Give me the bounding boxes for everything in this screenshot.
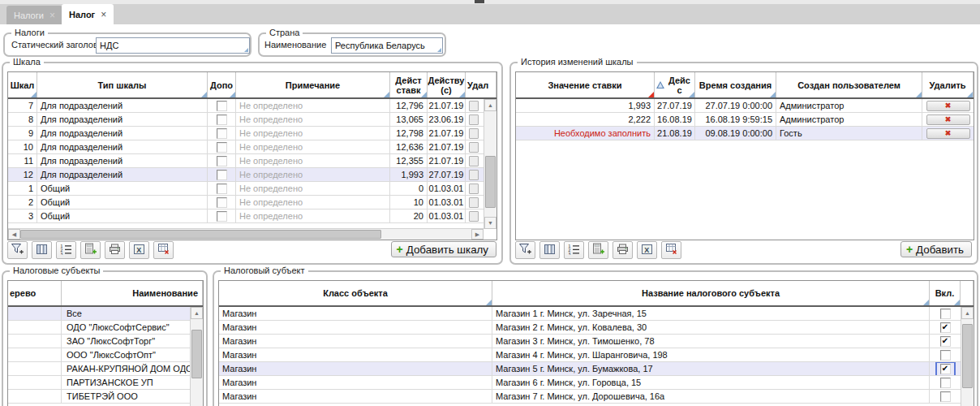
country-name-input[interactable]: Республика Беларусь [331,37,443,54]
table-row[interactable]: 1ОбщийНе определено001.03.01 [8,182,484,196]
scroll-left-icon[interactable]: ◀ [8,229,20,240]
column-header[interactable]: Шкал [8,72,37,97]
delete-row-button[interactable] [469,184,479,194]
static-title-input[interactable]: НДС [96,37,250,54]
add-scale-button[interactable]: + Добавить шкалу [391,241,496,257]
table-clear-button[interactable] [661,241,681,259]
tab-nalog[interactable]: Налог × [62,4,114,24]
checkbox[interactable] [217,128,227,139]
checkbox[interactable] [940,350,951,361]
export-excel-button[interactable]: X [637,241,657,259]
table-clear-button[interactable] [153,241,174,259]
row-numbering-button[interactable]: 123 [564,241,584,259]
checkbox[interactable] [217,211,227,222]
table-row[interactable]: 12Для подразделенийНе определено1,99327.… [8,168,484,182]
table-row[interactable]: 9Для подразделенийНе определено12,79821.… [8,127,484,140]
column-header[interactable]: Удалить [922,72,974,97]
checkbox[interactable] [940,378,951,388]
checkbox[interactable]: ✔ [940,336,951,347]
print-button[interactable] [105,241,125,259]
column-header[interactable]: Примечание [236,72,390,97]
checkbox[interactable]: ✔ [940,322,951,333]
table-row[interactable]: МагазинМагазин 6 г. Минск, ул. Горовца, … [219,376,961,390]
add-history-button[interactable]: + Добавить [900,241,972,257]
close-icon[interactable]: × [101,10,106,19]
column-header[interactable] [961,281,974,305]
delete-row-button[interactable] [469,142,479,153]
checkbox[interactable] [217,114,227,125]
table-row[interactable]: 2ОбщийНе определено1001.03.01 [8,196,484,209]
delete-row-button[interactable] [469,211,479,222]
delete-row-button[interactable] [469,114,479,125]
column-header[interactable]: Создан пользователем [776,72,922,97]
tab-nalogi[interactable]: Налоги × [6,6,62,24]
table-row[interactable]: ЗАО "ЛюксСофтТорг" [8,335,190,348]
column-header[interactable]: Класс объекта [219,281,492,305]
filter-add-button[interactable] [515,241,535,259]
table-row[interactable]: ТИБЕТРЭЙ ООО [8,390,190,404]
column-header[interactable]: Тип шкалы [37,72,208,97]
delete-row-button[interactable] [469,128,479,139]
table-row[interactable]: МагазинМагазин 4 г. Минск, ул. Шарангови… [219,348,961,362]
close-icon[interactable]: × [49,11,55,20]
table-row[interactable]: 2,22216.08.1916.08.19 9:59:15Администрат… [516,113,974,127]
scroll-thumb[interactable] [962,324,973,387]
row-numbering-button[interactable]: 123 [56,241,76,259]
column-header[interactable]: Дейст ставк [390,72,428,97]
scroll-down-icon[interactable]: ▼ [484,217,496,229]
scroll-up-icon[interactable]: ▲ [961,307,974,319]
export-excel-button[interactable]: X [129,241,149,259]
checkbox[interactable] [217,184,227,194]
checkbox[interactable] [217,197,227,208]
checkbox[interactable] [217,156,227,166]
table-row[interactable]: 1,99327.07.1927.07.19 0:00:00Администрат… [516,99,974,113]
table-row[interactable]: Все [8,307,190,321]
table-row[interactable]: МагазинМагазин 2 г. Минск, ул. Ковалева,… [219,321,961,335]
scroll-thumb[interactable] [191,330,202,378]
column-header[interactable]: Наименование [62,281,203,305]
scroll-up-icon[interactable]: ▲ [191,307,203,319]
checkbox[interactable] [940,391,951,402]
scroll-thumb[interactable] [20,230,381,239]
table-row[interactable]: 7Для подразделенийНе определено12,79621.… [8,99,484,113]
column-header[interactable]: Название налогового субъекта [492,281,930,305]
table-row[interactable]: ПАРТИЗАНСКОЕ УП [8,376,190,390]
column-header[interactable]: ерево [8,281,62,305]
column-setup-button[interactable] [539,241,560,259]
scroll-thumb[interactable] [485,156,496,208]
column-header[interactable]: Дейс с [655,72,695,97]
table-row[interactable]: ООО "ЛюксСофтОпт" [8,348,190,362]
checkbox[interactable] [217,101,227,111]
delete-row-button[interactable]: ✖ [926,128,970,139]
scale-hscrollbar[interactable]: ◀ ▶ [8,228,484,240]
column-header[interactable]: Время создания [695,72,776,97]
table-row[interactable]: 10Для подразделенийНе определено12,63621… [8,140,484,154]
subjects-vscrollbar[interactable]: ▲ [190,307,203,406]
scroll-right-icon[interactable]: ▶ [471,229,484,240]
column-header[interactable]: Значение ставки [516,72,655,97]
checkbox[interactable] [217,142,227,153]
table-row[interactable]: 11Для подразделенийНе определено12,35521… [8,154,484,168]
column-header[interactable]: Удал [466,72,496,97]
table-row[interactable]: Необходимо заполнить21.08.1909.08.19 0:0… [516,127,974,140]
table-row[interactable]: 3ОбщийНе определено2001.03.01 [8,209,484,223]
delete-row-button[interactable] [469,170,479,180]
column-header[interactable]: Действу (с) [428,72,466,97]
delete-row-button[interactable]: ✖ [926,114,970,125]
table-row[interactable]: МагазинМагазин 1 г. Минск, ул. Заречная,… [219,307,961,321]
filter-add-button[interactable] [7,241,28,259]
subject-detail-vscrollbar[interactable]: ▲ [961,307,974,406]
delete-row-button[interactable] [469,101,479,111]
delete-row-button[interactable]: ✖ [926,101,970,111]
calculator-add-button[interactable] [588,241,608,259]
table-row[interactable]: РАКАН-КРУПЯНОЙ ДОМ ОДО [8,362,190,376]
print-button[interactable] [612,241,633,259]
table-row[interactable]: МагазинМагазин 5 г. Минск, ул. Бумажкова… [219,362,961,376]
column-setup-button[interactable] [32,241,52,259]
checkbox[interactable] [940,309,951,319]
column-header[interactable]: Вкл. [930,281,961,305]
column-header[interactable]: Допо [208,72,236,97]
table-row[interactable]: ОДО "ЛюксСофтСервис" [8,321,190,335]
checkbox[interactable]: ✔ [940,364,951,374]
checkbox[interactable] [217,170,227,180]
